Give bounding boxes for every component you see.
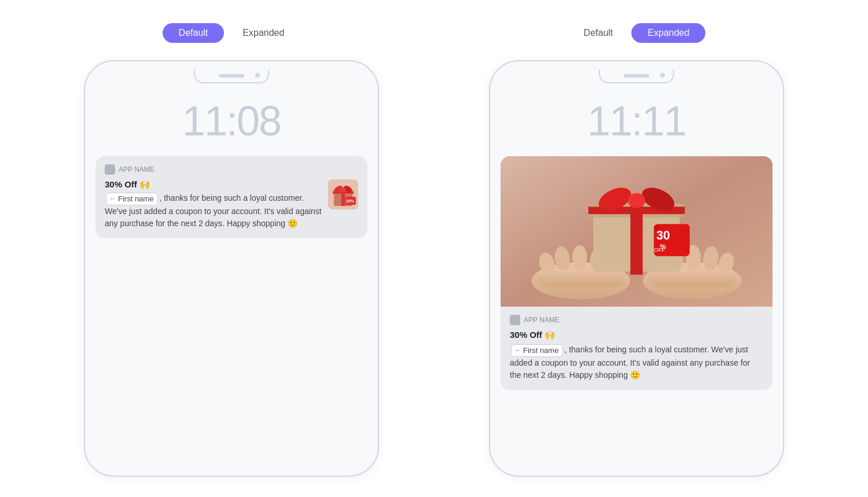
right-notch-speaker (624, 74, 649, 78)
right-notification-card: 30 % OFF APP NAME 30% Off 🙌 (501, 156, 773, 390)
right-notch-camera (660, 73, 665, 78)
svg-point-15 (572, 245, 587, 270)
right-notif-app-name: APP NAME (524, 316, 560, 324)
left-tab-bar: Default Expanded (163, 23, 301, 43)
left-tag-arrows-icon: ↔ (109, 194, 116, 204)
left-notif-thumbnail: 30% (328, 179, 358, 209)
panels-row: Default Expanded 11:08 (0, 12, 868, 488)
right-tab-bar: Default Expanded (568, 23, 706, 43)
left-panel: Default Expanded 11:08 (52, 23, 411, 477)
left-side-btn-volume-down (84, 177, 84, 205)
right-side-btn-volume-down (489, 177, 490, 205)
right-tab-expanded[interactable]: Expanded (631, 23, 705, 43)
left-phone-time: 11:08 (182, 97, 281, 145)
left-notification-card: APP NAME 30% Off 🙌 ↔ First name , thanks… (95, 156, 367, 238)
left-phone-top-bar (85, 61, 378, 91)
left-notif-app-icon (105, 164, 115, 175)
svg-point-7 (341, 187, 345, 192)
left-tab-expanded[interactable]: Expanded (226, 23, 300, 43)
left-phone-frame: 11:08 APP NAME 30% Off 🙌 ↔ (84, 60, 379, 477)
left-notif-app-name: APP NAME (119, 165, 155, 174)
left-first-name-tag: ↔ First name (106, 193, 158, 206)
left-notif-message: ↔ First name , thanks for being such a l… (105, 192, 322, 229)
right-phone-top-bar (490, 61, 783, 91)
right-notif-expanded-body: APP NAME 30% Off 🙌 ↔ First name , thanks… (501, 307, 773, 390)
left-phone-content: 11:08 APP NAME 30% Off 🙌 ↔ (85, 91, 378, 476)
right-side-btn-volume-up (489, 142, 490, 170)
left-tab-default[interactable]: Default (163, 23, 225, 43)
right-phone-frame: 11:11 (489, 60, 784, 477)
right-first-name-label: First name (523, 345, 558, 356)
right-tab-default[interactable]: Default (568, 23, 630, 43)
left-notif-header: APP NAME (105, 164, 358, 175)
right-notif-expanded-image: 30 % OFF (501, 156, 773, 307)
right-phone-content: 11:11 (490, 91, 783, 476)
right-notif-app-icon (510, 315, 520, 325)
right-notif-header: APP NAME (510, 315, 763, 325)
left-notif-title: 30% Off 🙌 (105, 179, 322, 190)
right-panel: Default Expanded 11:11 (457, 23, 816, 477)
left-side-btn-volume-up (84, 142, 84, 170)
left-notif-body: 30% Off 🙌 ↔ First name , thanks for bein… (105, 179, 358, 229)
right-first-name-tag: ↔ First name (511, 344, 563, 358)
left-notch-camera (255, 73, 260, 78)
svg-text:30%: 30% (346, 199, 355, 203)
svg-text:OFF: OFF (654, 246, 665, 253)
left-phone-notch (194, 69, 269, 83)
left-notch-speaker (219, 74, 244, 78)
svg-point-31 (628, 193, 645, 208)
right-phone-notch (599, 69, 674, 83)
right-phone-time: 11:11 (587, 97, 686, 145)
right-side-btn-power (784, 165, 784, 206)
right-tag-arrows-icon: ↔ (514, 346, 521, 355)
left-side-btn-power (378, 165, 379, 206)
left-notif-text-area: 30% Off 🙌 ↔ First name , thanks for bein… (105, 179, 322, 229)
right-notif-title: 30% Off 🙌 (510, 330, 763, 340)
left-first-name-label: First name (118, 194, 153, 205)
svg-text:30: 30 (656, 229, 670, 242)
right-notif-message: ↔ First name , thanks for being such a l… (510, 344, 763, 381)
page-wrapper: Default Expanded 11:08 (0, 12, 868, 497)
